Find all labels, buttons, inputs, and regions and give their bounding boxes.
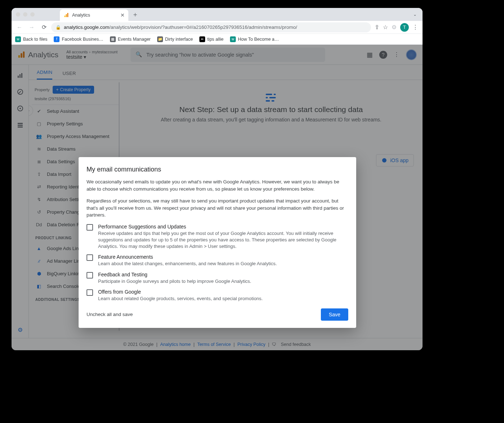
new-tab-button[interactable]: ＋ — [132, 10, 138, 19]
checkbox[interactable] — [87, 224, 93, 231]
url-host: analytics.google.com — [64, 25, 109, 30]
bookmark-item[interactable]: fFacebook Busines… — [54, 36, 103, 42]
close-tab-icon[interactable]: ✕ — [120, 12, 125, 18]
option-title: Feedback and Testing — [98, 272, 348, 277]
option-row: Performance Suggestions and Updates Rece… — [87, 224, 348, 250]
url-path: /analytics/web/provision/?authuser=0#/a2… — [109, 25, 297, 30]
share-icon[interactable]: ⇪ — [375, 24, 379, 31]
svg-rect-0 — [65, 15, 66, 17]
maximize-window-icon[interactable] — [30, 12, 35, 17]
modal-paragraph: We occasionally send emails to update yo… — [87, 178, 348, 192]
tabs-menu-icon[interactable]: ⌄ — [413, 12, 417, 17]
bookmark-item[interactable]: 📁Dirty interface — [157, 36, 193, 42]
forward-button[interactable]: → — [27, 22, 37, 32]
bookmark-item[interactable]: wBack to files — [15, 36, 47, 42]
browser-tab[interactable]: Analytics ✕ — [60, 9, 128, 21]
profile-avatar[interactable]: T — [400, 23, 409, 32]
lock-icon: 🔒 — [56, 25, 61, 30]
option-title: Feature Announcements — [98, 254, 348, 260]
option-desc: Learn about the latest changes, enhancem… — [98, 261, 348, 267]
minimize-window-icon[interactable] — [23, 12, 27, 17]
uncheck-all-link[interactable]: Uncheck all and save — [87, 312, 133, 317]
option-desc: Receive updates and tips that help you g… — [98, 230, 348, 250]
option-title: Offers from Google — [98, 289, 348, 295]
page-content: Analytics All accounts›mytestaccount tes… — [12, 45, 423, 350]
tab-title: Analytics — [72, 13, 90, 18]
option-row: Feature Announcements Learn about the la… — [87, 254, 348, 267]
email-communications-modal: My email communications We occasionally … — [79, 157, 356, 328]
modal-paragraph: Regardless of your selections, we may st… — [87, 197, 348, 219]
checkbox[interactable] — [87, 272, 93, 279]
bookmark-star-icon[interactable]: ☆ — [383, 24, 388, 31]
bookmark-item[interactable]: ••tips allie — [199, 36, 224, 42]
window-controls[interactable] — [16, 12, 35, 17]
checkbox[interactable] — [87, 289, 93, 296]
option-row: Offers from Google Learn about related G… — [87, 289, 348, 302]
address-bar[interactable]: 🔒 analytics.google.com/analytics/web/pro… — [51, 22, 371, 32]
bookmark-item[interactable]: ▦Events Manager — [110, 36, 151, 42]
browser-toolbar: ← → ⟳ 🔒 analytics.google.com/analytics/w… — [12, 21, 423, 34]
option-desc: Learn about related Google products, ser… — [98, 295, 348, 302]
option-row: Feedback and Testing Participate in Goog… — [87, 272, 348, 285]
browser-menu-icon[interactable]: ⋮ — [412, 24, 418, 31]
bookmark-item[interactable]: wHow To Become a… — [230, 36, 279, 42]
titlebar: Analytics ✕ ＋ ⌄ — [12, 8, 423, 21]
save-button[interactable]: Save — [321, 308, 348, 321]
modal-title: My email communications — [87, 166, 348, 173]
bookmarks-bar: wBack to files fFacebook Busines… ▦Event… — [12, 34, 423, 45]
extensions-icon[interactable]: ⚙ — [392, 24, 397, 31]
analytics-favicon-icon — [63, 12, 69, 18]
checkbox[interactable] — [87, 254, 93, 261]
back-button[interactable]: ← — [14, 22, 25, 32]
reload-button[interactable]: ⟳ — [39, 22, 49, 32]
browser-window: Analytics ✕ ＋ ⌄ ← → ⟳ 🔒 analytics.google… — [12, 8, 423, 350]
option-desc: Participate in Google surveys and pilots… — [98, 278, 348, 285]
svg-rect-2 — [67, 13, 68, 17]
close-window-icon[interactable] — [16, 12, 20, 17]
option-title: Performance Suggestions and Updates — [98, 224, 348, 230]
svg-rect-1 — [66, 14, 67, 17]
